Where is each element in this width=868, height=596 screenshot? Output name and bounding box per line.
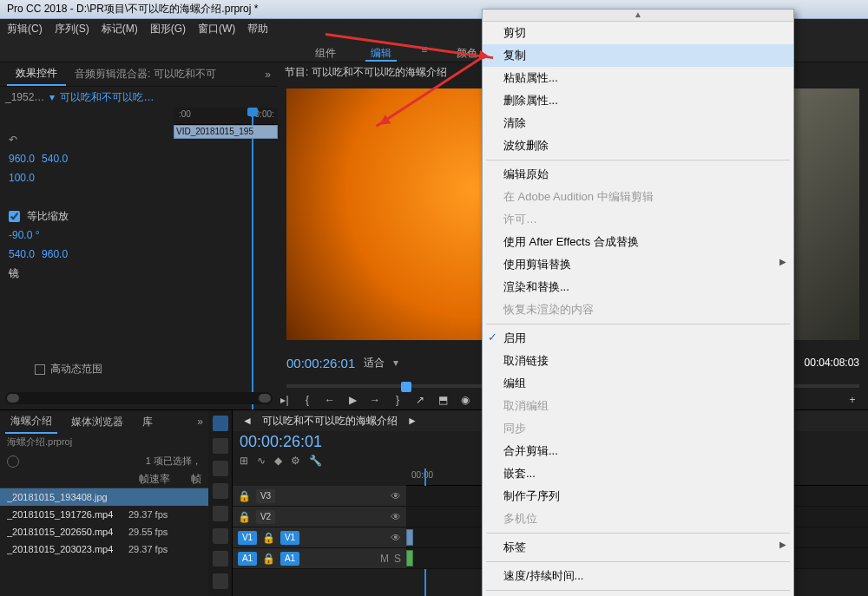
ec-scrollbar[interactable]: [5, 392, 273, 404]
track-label[interactable]: V3: [256, 489, 275, 503]
track-src[interactable]: V1: [238, 531, 257, 545]
extract-icon[interactable]: ⬒: [436, 394, 450, 406]
pos-x[interactable]: 960.0: [9, 153, 35, 165]
search-icon[interactable]: [7, 455, 19, 468]
panel-overflow-icon[interactable]: »: [197, 416, 203, 428]
scroll-thumb[interactable]: [259, 394, 271, 403]
menu-item[interactable]: 编组: [483, 372, 793, 395]
step-fwd-icon[interactable]: →: [368, 394, 382, 406]
menu-clip[interactable]: 剪辑(C): [7, 22, 43, 36]
monitor-tc-left[interactable]: 00:00:26:01: [286, 356, 355, 370]
anchor-x[interactable]: 540.0: [9, 248, 35, 260]
menu-item[interactable]: 使用 After Effects 合成替换: [483, 231, 793, 253]
wrench-icon[interactable]: 🔧: [309, 455, 322, 467]
chevron-down-icon[interactable]: ▾: [393, 357, 398, 369]
solo-icon[interactable]: S: [394, 553, 401, 565]
uniform-scale-check[interactable]: [9, 211, 20, 222]
ec-playhead[interactable]: [252, 108, 253, 409]
track-label[interactable]: A1: [280, 552, 299, 566]
timeline-clip[interactable]: [406, 529, 413, 546]
anchor-y[interactable]: 960.0: [42, 248, 68, 260]
mark-in-icon[interactable]: ▸|: [278, 394, 292, 406]
list-item[interactable]: _20181015_203023.mp4 29.37 fps: [0, 540, 208, 558]
mark-out-icon[interactable]: {: [300, 394, 314, 406]
hdr-toggle[interactable]: 高动态范围: [35, 362, 102, 377]
track-label[interactable]: V1: [280, 531, 299, 545]
link-icon[interactable]: ∿: [257, 455, 266, 467]
sequence-name[interactable]: 可以吃和不可以吃的海螺介绍: [262, 414, 398, 429]
menu-help[interactable]: 帮助: [247, 22, 268, 36]
slip-tool-icon[interactable]: [213, 506, 228, 521]
eye-icon[interactable]: 👁: [391, 511, 401, 523]
col-framerate[interactable]: 帧速率: [139, 472, 191, 487]
menu-item[interactable]: 速度/持续时间...: [483, 565, 793, 587]
menu-item[interactable]: 渲染和替换...: [483, 276, 793, 298]
step-back-icon[interactable]: ←: [323, 394, 337, 406]
settings-icon[interactable]: ⚙: [291, 455, 300, 467]
lock-icon[interactable]: 🔒: [238, 511, 251, 523]
menu-window[interactable]: 窗口(W): [198, 22, 235, 36]
menu-marker[interactable]: 标记(M): [102, 22, 138, 36]
lock-icon[interactable]: 🔒: [262, 553, 275, 565]
menu-item[interactable]: ✓启用: [483, 327, 793, 350]
snap-icon[interactable]: ⊞: [240, 455, 248, 467]
btn-editor-icon[interactable]: +: [845, 394, 859, 406]
menu-item[interactable]: 删除属性...: [483, 89, 793, 112]
track-head[interactable]: V1 🔒 V1 👁: [233, 527, 406, 547]
goto-out-icon[interactable]: }: [391, 394, 404, 406]
seq-next-icon[interactable]: ►: [404, 415, 420, 427]
play-icon[interactable]: ▶: [345, 394, 359, 406]
menu-item[interactable]: 嵌套...: [483, 462, 793, 485]
track-head[interactable]: 🔒 V3 👁: [233, 486, 406, 506]
pos-y[interactable]: 540.0: [42, 153, 68, 165]
track-label[interactable]: V2: [256, 510, 275, 524]
rotation[interactable]: -90.0 °: [9, 229, 39, 241]
monitor-fit[interactable]: 适合: [364, 356, 385, 370]
ws-editing[interactable]: 编辑: [365, 43, 397, 62]
menu-item[interactable]: 清除: [483, 112, 793, 134]
tab-audio-mixer[interactable]: 音频剪辑混合器: 可以吃和不可: [66, 63, 225, 85]
selection-tool-icon[interactable]: [213, 416, 228, 431]
ec-clip-bar[interactable]: VID_20181015_195: [174, 125, 278, 139]
menu-scroll-up-icon[interactable]: ▲: [483, 10, 793, 22]
razor-tool-icon[interactable]: [213, 483, 228, 499]
pen-tool-icon[interactable]: [213, 528, 228, 544]
lock-icon[interactable]: 🔒: [262, 532, 275, 544]
menu-item[interactable]: 使用剪辑替换▶: [483, 253, 793, 276]
list-item[interactable]: _20181015_191726.mp4 29.37 fps: [0, 506, 208, 523]
list-item[interactable]: _20181015_202650.mp4 29.55 fps: [0, 523, 208, 540]
menu-item[interactable]: 标签▶: [483, 536, 793, 559]
timeline-clip[interactable]: [406, 550, 413, 567]
hand-tool-icon[interactable]: [213, 551, 228, 567]
clip-target-name[interactable]: 可以吃和不可以吃…: [60, 90, 154, 105]
panel-overflow-icon[interactable]: »: [265, 69, 271, 81]
ec-ruler[interactable]: :00 00:00:: [174, 108, 278, 125]
menu-item[interactable]: 粘贴属性...: [483, 67, 793, 89]
menu-item[interactable]: 合并剪辑...: [483, 440, 793, 462]
track-head[interactable]: A1 🔒 A1 MS: [233, 548, 406, 568]
eye-icon[interactable]: 👁: [391, 532, 401, 544]
tab-project[interactable]: 海螺介绍: [5, 410, 57, 434]
col-frame[interactable]: 帧: [191, 472, 201, 487]
tab-media-browser[interactable]: 媒体浏览器: [66, 411, 128, 433]
eye-icon[interactable]: 👁: [391, 490, 401, 502]
seq-prev-icon[interactable]: ◄: [240, 415, 255, 427]
track-src[interactable]: A1: [238, 552, 257, 566]
lock-icon[interactable]: 🔒: [238, 490, 251, 502]
type-tool-icon[interactable]: [213, 573, 228, 589]
monitor-tc-right[interactable]: 00:04:08:03: [805, 357, 859, 369]
lift-icon[interactable]: ↗: [413, 394, 427, 406]
menu-item[interactable]: 制作子序列: [483, 485, 793, 508]
tab-libraries[interactable]: 库: [137, 411, 158, 433]
menu-item[interactable]: 复制: [483, 44, 793, 67]
menu-item[interactable]: 剪切: [483, 22, 793, 44]
menu-item[interactable]: 波纹删除: [483, 134, 793, 157]
menu-item[interactable]: 取消链接: [483, 350, 793, 372]
scroll-thumb[interactable]: [7, 394, 19, 403]
export-frame-icon[interactable]: ◉: [458, 394, 472, 406]
menu-item[interactable]: 编辑原始: [483, 163, 793, 186]
track-select-tool-icon[interactable]: [213, 438, 228, 454]
list-item[interactable]: _20181015_193408.jpg: [0, 488, 208, 506]
menu-sequence[interactable]: 序列(S): [55, 22, 89, 36]
chevron-down-icon[interactable]: ▾: [49, 91, 55, 103]
